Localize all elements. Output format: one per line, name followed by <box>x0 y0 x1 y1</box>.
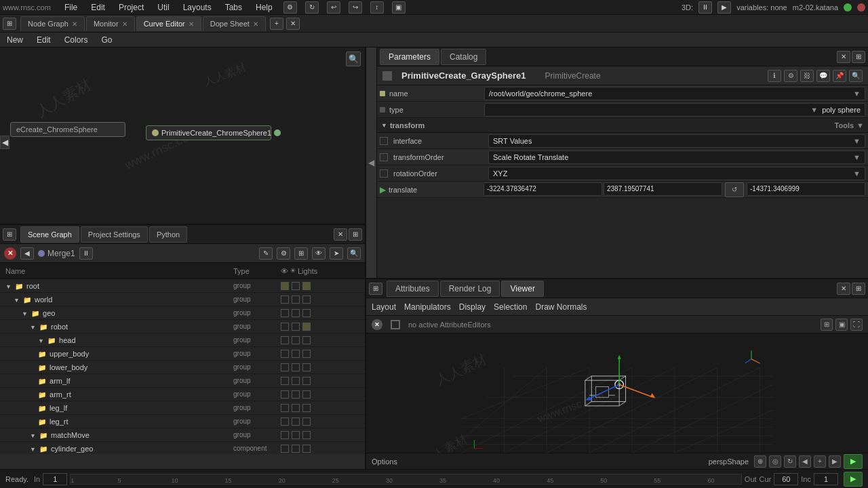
add-tab-icon[interactable]: + <box>270 18 283 30</box>
root-check2[interactable] <box>292 282 300 290</box>
undo-icon[interactable]: ↩ <box>327 1 340 14</box>
ub-check3[interactable] <box>302 350 311 358</box>
robot-check3[interactable] <box>302 323 311 331</box>
params-pin-icon[interactable]: 📌 <box>833 70 846 82</box>
cur-input[interactable] <box>774 473 798 485</box>
head-check2[interactable] <box>292 336 300 344</box>
viewer-menu-display[interactable]: Display <box>459 302 486 312</box>
param-value-transform-order[interactable]: Scale Rotate Translate ▼ <box>488 150 865 164</box>
rotation-order-checkbox[interactable] <box>380 169 388 178</box>
render-icon[interactable]: ▣ <box>392 1 406 14</box>
redo-icon[interactable]: ↪ <box>349 1 362 14</box>
sec-menu-go[interactable]: Go <box>98 34 115 46</box>
ub-check2[interactable] <box>292 350 300 358</box>
tab-catalog[interactable]: Catalog <box>441 49 486 65</box>
params-close-icon[interactable]: ✕ <box>837 51 850 63</box>
world-check1[interactable] <box>281 296 289 304</box>
scene-close-btn[interactable]: ✕ <box>4 247 16 260</box>
viewer-maximize-icon[interactable]: ⛶ <box>850 319 863 331</box>
viewer-close-icon[interactable]: ✕ <box>837 283 850 295</box>
status-play-btn[interactable]: ▶ <box>844 472 863 487</box>
tree-row-head[interactable]: ▼ 📁 head group <box>0 333 365 347</box>
menu-layouts[interactable]: Layouts <box>180 1 214 14</box>
viewer-status-checkbox[interactable] <box>391 320 400 329</box>
interface-checkbox[interactable] <box>380 137 388 145</box>
refresh-icon[interactable]: ↻ <box>305 1 319 14</box>
tab-project-settings[interactable]: Project Settings <box>81 226 148 243</box>
vb-icon-3[interactable]: ↻ <box>784 455 796 468</box>
tab-close-monitor[interactable]: ✕ <box>122 20 127 28</box>
menu-help[interactable]: Help <box>253 1 275 14</box>
menu-tabs[interactable]: Tabs <box>222 1 245 14</box>
transform-order-checkbox[interactable] <box>380 153 388 161</box>
tab-viewer[interactable]: Viewer <box>501 281 543 297</box>
left-collapse-arrow[interactable]: ◀ <box>0 136 9 149</box>
menu-util[interactable]: Util <box>155 1 172 14</box>
scene-view-btn[interactable]: 👁 <box>312 247 326 260</box>
tree-row-geo[interactable]: ▼ 📁 geo group <box>0 306 365 320</box>
ub-check1[interactable] <box>281 350 289 358</box>
robot-check1[interactable] <box>281 323 289 331</box>
close-tab-icon[interactable]: ✕ <box>286 18 300 30</box>
translate-play-arrow[interactable]: ▶ <box>380 185 386 195</box>
panel-close-icon[interactable]: ✕ <box>334 228 347 241</box>
params-search-icon[interactable]: 🔍 <box>849 70 863 82</box>
translate-z-field[interactable]: -14371.3406999 <box>747 182 865 196</box>
tab-render-log[interactable]: Render Log <box>440 281 500 297</box>
sec-menu-new[interactable]: New <box>4 34 26 46</box>
menu-file[interactable]: File <box>62 1 80 14</box>
menu-edit[interactable]: Edit <box>88 1 108 14</box>
node-graph-area[interactable]: 人人素材 www.rnsc.com 人人素材 🔍 ◀ eCreate_Chrom… <box>0 47 365 224</box>
tab-monitor[interactable]: Monitor ✕ <box>86 16 135 31</box>
vb-icon-5[interactable]: + <box>814 455 826 468</box>
tree-row-upper-body[interactable]: 📁 upper_body group <box>0 347 365 361</box>
tree-row-lower-body[interactable]: 📁 lower_body group <box>0 361 365 374</box>
params-expand-icon[interactable]: ⊞ <box>852 51 865 63</box>
viewer-layout-icon[interactable]: ▣ <box>835 319 848 331</box>
transform-tools[interactable]: Tools <box>835 121 854 129</box>
inc-input[interactable] <box>814 473 838 485</box>
tab-parameters[interactable]: Parameters <box>380 49 439 65</box>
scene-edit-btn[interactable]: ✎ <box>259 247 273 260</box>
vb-icon-2[interactable]: ◎ <box>769 455 781 468</box>
tab-curve-editor[interactable]: Curve Editor ✕ <box>136 16 201 31</box>
tree-row-cylinder-geo[interactable]: ▼ 📁 cylinder_geo component <box>0 442 365 454</box>
scene-grid-btn[interactable]: ⊞ <box>294 247 308 260</box>
panel-expand-icon[interactable]: ⊞ <box>349 228 362 241</box>
param-value-name[interactable]: /root/world/geo/chrome_sphere ▼ <box>484 87 865 100</box>
head-check1[interactable] <box>281 336 289 344</box>
tree-row-leg-lf[interactable]: 📁 leg_lf group <box>0 401 365 415</box>
robot-check2[interactable] <box>292 323 300 331</box>
sec-menu-edit[interactable]: Edit <box>34 34 54 46</box>
tree-row-root[interactable]: ▼ 📁 root group <box>0 279 365 293</box>
params-link-icon[interactable]: ⛓ <box>800 70 814 82</box>
tab-attributes[interactable]: Attributes <box>387 281 439 297</box>
viewer-grid-icon[interactable]: ⊞ <box>821 319 833 331</box>
viewer-play-btn[interactable]: ▶ <box>844 454 863 469</box>
geo-check3[interactable] <box>302 309 311 317</box>
viewer-status-close-btn[interactable]: ✕ <box>372 319 382 330</box>
tab-close-node-graph[interactable]: ✕ <box>72 20 77 28</box>
viewer-options-label[interactable]: Options <box>372 458 397 466</box>
viewer-expand-icon[interactable]: ⊞ <box>852 283 865 295</box>
head-check3[interactable] <box>302 336 311 344</box>
tree-row-matchmove[interactable]: ▼ 📁 matchMove group <box>0 428 365 442</box>
geo-check2[interactable] <box>292 309 300 317</box>
tree-row-arm-rt[interactable]: 📁 arm_rt group <box>0 388 365 401</box>
world-check2[interactable] <box>292 296 300 304</box>
play-icon[interactable]: ▶ <box>717 1 731 14</box>
node-chrome-sphere[interactable]: eCreate_ChromeSphere <box>10 122 125 137</box>
tree-row-leg-rt[interactable]: 📁 leg_rt group <box>0 415 365 428</box>
viewer-menu-manipulators[interactable]: Manipulators <box>404 302 451 312</box>
params-settings-icon[interactable]: ⚙ <box>784 70 797 82</box>
root-check1[interactable] <box>281 282 289 290</box>
settings-icon[interactable]: ⚙ <box>283 1 297 14</box>
param-value-rotation-order[interactable]: XYZ ▼ <box>488 167 865 180</box>
pause-icon[interactable]: ⏸ <box>698 1 712 14</box>
vb-icon-1[interactable]: ⊕ <box>754 455 766 468</box>
root-check3[interactable] <box>302 282 311 290</box>
geo-check1[interactable] <box>281 309 289 317</box>
tree-row-world[interactable]: ▼ 📁 world group <box>0 293 365 306</box>
translate-y-field[interactable]: 2387.19507741 <box>604 182 722 196</box>
zoom-icon[interactable]: 🔍 <box>346 52 361 66</box>
